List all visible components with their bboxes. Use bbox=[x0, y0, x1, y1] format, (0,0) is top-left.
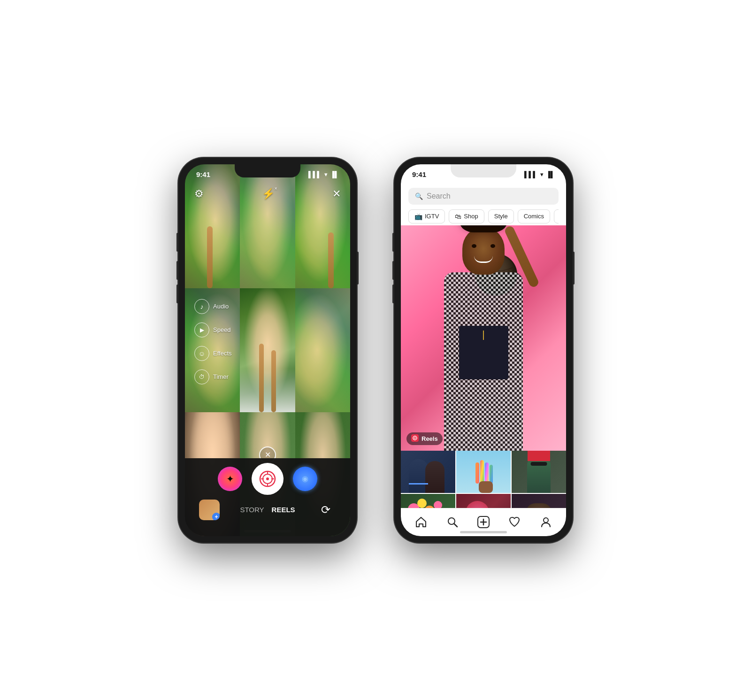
timer-label: Timer bbox=[213, 373, 229, 380]
svg-point-10 bbox=[414, 437, 416, 438]
sparkle-effect-button[interactable]: ✦ bbox=[218, 467, 242, 491]
left-screen: 9:41 ▌▌▌ ▾ ▐▌ ⚙ ⚡× ✕ bbox=[185, 164, 350, 536]
right-notch bbox=[451, 164, 516, 177]
effects-icon: ☺ bbox=[194, 346, 209, 361]
tab-igtv-label: IGTV bbox=[425, 213, 439, 220]
tab-shop-label: Shop bbox=[464, 213, 478, 220]
search-icon: 🔍 bbox=[415, 192, 423, 200]
mode-row: + STORY REELS ⟳ bbox=[194, 498, 341, 522]
tab-comics[interactable]: Comics bbox=[518, 209, 550, 223]
right-screen: 9:41 ▌▌▌ ▾ ▐▌ 🔍 Search 📺 IGTV bbox=[401, 164, 566, 536]
blue-effect-button[interactable]: ◉ bbox=[293, 467, 317, 491]
explore-screen: 9:41 ▌▌▌ ▾ ▐▌ 🔍 Search 📺 IGTV bbox=[401, 164, 566, 536]
flash-button[interactable]: ⚡× bbox=[262, 188, 275, 200]
wifi-icon-right: ▾ bbox=[540, 171, 544, 178]
thumb-2[interactable] bbox=[456, 451, 511, 493]
svg-rect-13 bbox=[490, 465, 493, 484]
svg-point-2 bbox=[266, 477, 269, 480]
speed-control[interactable]: ▶ Speed bbox=[194, 322, 232, 337]
status-icons-left: ▌▌▌ ▾ ▐▌ bbox=[308, 171, 339, 178]
tab-tv-movies[interactable]: TV & Movie bbox=[554, 209, 559, 223]
filter-tabs: 📺 IGTV 🛍 Shop Style Comics TV & Movie bbox=[408, 209, 559, 225]
thumb-3[interactable] bbox=[512, 451, 566, 493]
igtv-icon: 📺 bbox=[414, 213, 422, 220]
hero-reels-image[interactable]: Reels bbox=[401, 225, 566, 451]
reels-label-overlay: Reels bbox=[406, 432, 443, 445]
timer-icon: ⏱ bbox=[194, 369, 209, 384]
reels-icon-svg bbox=[259, 470, 276, 487]
add-icon bbox=[477, 515, 490, 529]
svg-rect-11 bbox=[480, 460, 484, 484]
shutter-button[interactable] bbox=[252, 463, 284, 495]
thumb-4[interactable] bbox=[401, 494, 455, 508]
heart-icon bbox=[508, 516, 521, 528]
nav-profile-button[interactable] bbox=[536, 512, 556, 532]
left-phone: 9:41 ▌▌▌ ▾ ▐▌ ⚙ ⚡× ✕ bbox=[178, 158, 357, 543]
player-face bbox=[462, 228, 505, 275]
camera-ui: 9:41 ▌▌▌ ▾ ▐▌ ⚙ ⚡× ✕ bbox=[185, 164, 350, 536]
profile-icon bbox=[540, 516, 552, 528]
search-bar[interactable]: 🔍 Search bbox=[408, 188, 559, 205]
tab-style[interactable]: Style bbox=[488, 209, 514, 223]
search-placeholder: Search bbox=[427, 192, 451, 200]
svg-rect-14 bbox=[475, 462, 479, 484]
home-icon bbox=[415, 516, 427, 528]
status-time-right: 9:41 bbox=[412, 170, 426, 178]
thumb-1[interactable] bbox=[401, 451, 455, 493]
tab-style-label: Style bbox=[494, 213, 508, 220]
svg-line-17 bbox=[454, 524, 457, 527]
tab-comics-label: Comics bbox=[524, 213, 544, 220]
left-notch bbox=[235, 164, 300, 177]
effects-control[interactable]: ☺ Effects bbox=[194, 346, 232, 361]
speed-label: Speed bbox=[213, 326, 231, 333]
basketball-player bbox=[401, 225, 566, 451]
audio-control[interactable]: ♪ Audio bbox=[194, 299, 232, 314]
status-time-left: 9:41 bbox=[196, 170, 210, 178]
add-to-gallery-icon: + bbox=[212, 513, 220, 520]
shop-icon: 🛍 bbox=[455, 213, 461, 220]
reels-icon-badge bbox=[411, 434, 419, 443]
home-indicator-right bbox=[460, 531, 507, 533]
nav-home-button[interactable] bbox=[411, 512, 431, 532]
gallery-thumbnail[interactable]: + bbox=[199, 500, 220, 520]
story-mode-button[interactable]: STORY bbox=[240, 506, 264, 514]
tab-shop[interactable]: 🛍 Shop bbox=[449, 209, 484, 223]
signal-icon-right: ▌▌▌ bbox=[524, 171, 537, 178]
timer-control[interactable]: ⏱ Timer bbox=[194, 369, 232, 384]
player-torso bbox=[434, 272, 533, 451]
reels-mode-button[interactable]: REELS bbox=[272, 506, 295, 514]
reels-badge-icon bbox=[411, 434, 419, 442]
flip-camera-button[interactable]: ⟳ bbox=[315, 500, 336, 520]
hand-svg-icon bbox=[472, 460, 495, 493]
thumbnail-grid bbox=[401, 451, 566, 508]
nav-add-button[interactable] bbox=[473, 512, 494, 532]
svg-rect-15 bbox=[479, 481, 493, 493]
explore-content: Reels bbox=[401, 225, 566, 508]
battery-icon-right: ▐▌ bbox=[546, 171, 555, 178]
wifi-icon: ▾ bbox=[324, 171, 328, 178]
reels-label-text: Reels bbox=[421, 435, 438, 442]
nav-activity-button[interactable] bbox=[504, 512, 525, 532]
player-hair bbox=[460, 225, 507, 232]
status-icons-right: ▌▌▌ ▾ ▐▌ bbox=[524, 171, 555, 178]
battery-icon: ▐▌ bbox=[330, 171, 339, 178]
thumb-5[interactable] bbox=[456, 494, 511, 508]
thumb-6[interactable] bbox=[512, 494, 566, 508]
nav-search-button[interactable] bbox=[442, 512, 463, 532]
reels-shutter-icon bbox=[254, 465, 281, 492]
nav-search-icon bbox=[446, 516, 459, 528]
close-camera-button[interactable]: ✕ bbox=[332, 188, 341, 200]
audio-icon: ♪ bbox=[194, 299, 209, 314]
right-phone: 9:41 ▌▌▌ ▾ ▐▌ 🔍 Search 📺 IGTV bbox=[394, 158, 573, 543]
effects-label: Effects bbox=[213, 350, 232, 357]
shutter-row: ✦ bbox=[194, 463, 341, 495]
svg-point-21 bbox=[544, 518, 548, 523]
settings-button[interactable]: ⚙ bbox=[194, 188, 204, 200]
signal-icon: ▌▌▌ bbox=[308, 171, 322, 178]
svg-rect-12 bbox=[485, 462, 489, 484]
audio-label: Audio bbox=[213, 303, 229, 310]
speed-icon: ▶ bbox=[194, 322, 209, 337]
camera-side-controls: ♪ Audio ▶ Speed ☺ Effects ⏱ Timer bbox=[194, 299, 232, 384]
tab-igtv[interactable]: 📺 IGTV bbox=[408, 209, 445, 223]
camera-bottom-bar: ✦ bbox=[185, 458, 350, 536]
